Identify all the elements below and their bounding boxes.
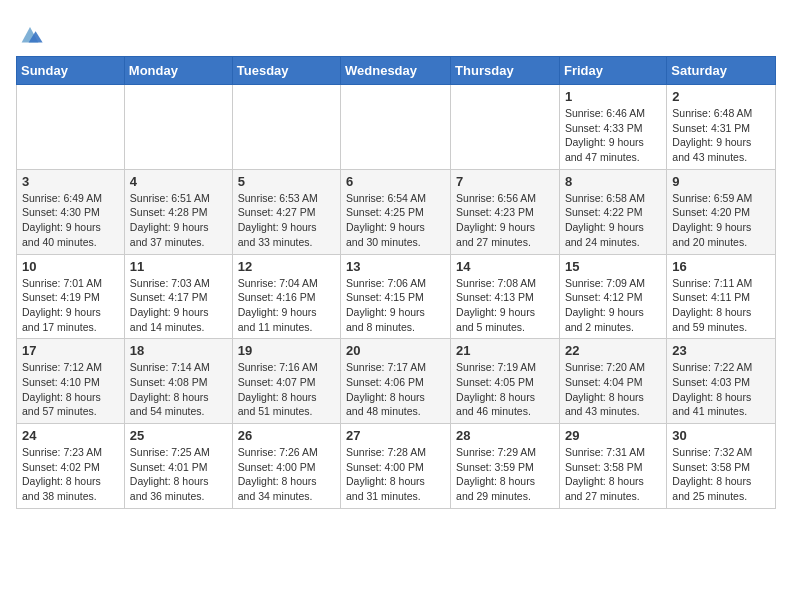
calendar-header-row: SundayMondayTuesdayWednesdayThursdayFrid…: [17, 57, 776, 85]
header-sunday: Sunday: [17, 57, 125, 85]
day-number: 27: [346, 428, 445, 443]
day-info: Sunrise: 7:23 AM Sunset: 4:02 PM Dayligh…: [22, 445, 119, 504]
day-info: Sunrise: 7:06 AM Sunset: 4:15 PM Dayligh…: [346, 276, 445, 335]
header: [16, 16, 776, 48]
calendar-cell: 14Sunrise: 7:08 AM Sunset: 4:13 PM Dayli…: [451, 254, 560, 339]
day-number: 12: [238, 259, 335, 274]
day-info: Sunrise: 6:49 AM Sunset: 4:30 PM Dayligh…: [22, 191, 119, 250]
day-number: 17: [22, 343, 119, 358]
calendar-week-3: 10Sunrise: 7:01 AM Sunset: 4:19 PM Dayli…: [17, 254, 776, 339]
calendar-cell: 13Sunrise: 7:06 AM Sunset: 4:15 PM Dayli…: [341, 254, 451, 339]
day-number: 22: [565, 343, 661, 358]
calendar-cell: 7Sunrise: 6:56 AM Sunset: 4:23 PM Daylig…: [451, 169, 560, 254]
calendar-cell: 10Sunrise: 7:01 AM Sunset: 4:19 PM Dayli…: [17, 254, 125, 339]
calendar-cell: 16Sunrise: 7:11 AM Sunset: 4:11 PM Dayli…: [667, 254, 776, 339]
calendar-cell: 29Sunrise: 7:31 AM Sunset: 3:58 PM Dayli…: [559, 424, 666, 509]
calendar-table: SundayMondayTuesdayWednesdayThursdayFrid…: [16, 56, 776, 509]
calendar-cell: [124, 85, 232, 170]
header-wednesday: Wednesday: [341, 57, 451, 85]
day-info: Sunrise: 7:25 AM Sunset: 4:01 PM Dayligh…: [130, 445, 227, 504]
day-info: Sunrise: 7:19 AM Sunset: 4:05 PM Dayligh…: [456, 360, 554, 419]
calendar-cell: 5Sunrise: 6:53 AM Sunset: 4:27 PM Daylig…: [232, 169, 340, 254]
day-number: 29: [565, 428, 661, 443]
header-saturday: Saturday: [667, 57, 776, 85]
calendar-cell: 4Sunrise: 6:51 AM Sunset: 4:28 PM Daylig…: [124, 169, 232, 254]
day-info: Sunrise: 6:56 AM Sunset: 4:23 PM Dayligh…: [456, 191, 554, 250]
day-number: 6: [346, 174, 445, 189]
day-info: Sunrise: 6:59 AM Sunset: 4:20 PM Dayligh…: [672, 191, 770, 250]
day-info: Sunrise: 7:14 AM Sunset: 4:08 PM Dayligh…: [130, 360, 227, 419]
day-info: Sunrise: 6:54 AM Sunset: 4:25 PM Dayligh…: [346, 191, 445, 250]
day-number: 14: [456, 259, 554, 274]
calendar-cell: 1Sunrise: 6:46 AM Sunset: 4:33 PM Daylig…: [559, 85, 666, 170]
day-info: Sunrise: 7:01 AM Sunset: 4:19 PM Dayligh…: [22, 276, 119, 335]
calendar-cell: 3Sunrise: 6:49 AM Sunset: 4:30 PM Daylig…: [17, 169, 125, 254]
day-info: Sunrise: 6:51 AM Sunset: 4:28 PM Dayligh…: [130, 191, 227, 250]
day-info: Sunrise: 7:22 AM Sunset: 4:03 PM Dayligh…: [672, 360, 770, 419]
day-number: 8: [565, 174, 661, 189]
day-info: Sunrise: 7:11 AM Sunset: 4:11 PM Dayligh…: [672, 276, 770, 335]
day-info: Sunrise: 6:46 AM Sunset: 4:33 PM Dayligh…: [565, 106, 661, 165]
day-number: 4: [130, 174, 227, 189]
day-info: Sunrise: 7:31 AM Sunset: 3:58 PM Dayligh…: [565, 445, 661, 504]
day-number: 2: [672, 89, 770, 104]
calendar-cell: 28Sunrise: 7:29 AM Sunset: 3:59 PM Dayli…: [451, 424, 560, 509]
day-number: 26: [238, 428, 335, 443]
calendar-week-4: 17Sunrise: 7:12 AM Sunset: 4:10 PM Dayli…: [17, 339, 776, 424]
day-number: 13: [346, 259, 445, 274]
calendar-cell: [451, 85, 560, 170]
day-number: 20: [346, 343, 445, 358]
calendar-week-5: 24Sunrise: 7:23 AM Sunset: 4:02 PM Dayli…: [17, 424, 776, 509]
calendar-cell: [341, 85, 451, 170]
day-info: Sunrise: 7:12 AM Sunset: 4:10 PM Dayligh…: [22, 360, 119, 419]
calendar-cell: 12Sunrise: 7:04 AM Sunset: 4:16 PM Dayli…: [232, 254, 340, 339]
day-info: Sunrise: 7:09 AM Sunset: 4:12 PM Dayligh…: [565, 276, 661, 335]
day-number: 19: [238, 343, 335, 358]
day-info: Sunrise: 6:58 AM Sunset: 4:22 PM Dayligh…: [565, 191, 661, 250]
calendar-cell: 19Sunrise: 7:16 AM Sunset: 4:07 PM Dayli…: [232, 339, 340, 424]
calendar-cell: 27Sunrise: 7:28 AM Sunset: 4:00 PM Dayli…: [341, 424, 451, 509]
header-friday: Friday: [559, 57, 666, 85]
calendar-cell: 20Sunrise: 7:17 AM Sunset: 4:06 PM Dayli…: [341, 339, 451, 424]
day-number: 16: [672, 259, 770, 274]
calendar-cell: 9Sunrise: 6:59 AM Sunset: 4:20 PM Daylig…: [667, 169, 776, 254]
day-number: 1: [565, 89, 661, 104]
day-number: 21: [456, 343, 554, 358]
calendar-cell: 11Sunrise: 7:03 AM Sunset: 4:17 PM Dayli…: [124, 254, 232, 339]
day-info: Sunrise: 7:03 AM Sunset: 4:17 PM Dayligh…: [130, 276, 227, 335]
day-info: Sunrise: 6:53 AM Sunset: 4:27 PM Dayligh…: [238, 191, 335, 250]
day-info: Sunrise: 7:16 AM Sunset: 4:07 PM Dayligh…: [238, 360, 335, 419]
day-info: Sunrise: 7:26 AM Sunset: 4:00 PM Dayligh…: [238, 445, 335, 504]
day-number: 7: [456, 174, 554, 189]
day-number: 15: [565, 259, 661, 274]
day-number: 10: [22, 259, 119, 274]
calendar-cell: 18Sunrise: 7:14 AM Sunset: 4:08 PM Dayli…: [124, 339, 232, 424]
logo-icon: [16, 20, 44, 48]
calendar-cell: 30Sunrise: 7:32 AM Sunset: 3:58 PM Dayli…: [667, 424, 776, 509]
calendar-cell: 22Sunrise: 7:20 AM Sunset: 4:04 PM Dayli…: [559, 339, 666, 424]
calendar-cell: 15Sunrise: 7:09 AM Sunset: 4:12 PM Dayli…: [559, 254, 666, 339]
day-info: Sunrise: 6:48 AM Sunset: 4:31 PM Dayligh…: [672, 106, 770, 165]
day-info: Sunrise: 7:04 AM Sunset: 4:16 PM Dayligh…: [238, 276, 335, 335]
calendar-cell: 6Sunrise: 6:54 AM Sunset: 4:25 PM Daylig…: [341, 169, 451, 254]
day-info: Sunrise: 7:17 AM Sunset: 4:06 PM Dayligh…: [346, 360, 445, 419]
calendar-cell: 25Sunrise: 7:25 AM Sunset: 4:01 PM Dayli…: [124, 424, 232, 509]
day-info: Sunrise: 7:20 AM Sunset: 4:04 PM Dayligh…: [565, 360, 661, 419]
calendar-cell: 21Sunrise: 7:19 AM Sunset: 4:05 PM Dayli…: [451, 339, 560, 424]
day-number: 9: [672, 174, 770, 189]
day-number: 5: [238, 174, 335, 189]
day-info: Sunrise: 7:08 AM Sunset: 4:13 PM Dayligh…: [456, 276, 554, 335]
day-number: 18: [130, 343, 227, 358]
calendar-cell: 26Sunrise: 7:26 AM Sunset: 4:00 PM Dayli…: [232, 424, 340, 509]
day-info: Sunrise: 7:29 AM Sunset: 3:59 PM Dayligh…: [456, 445, 554, 504]
calendar-cell: [17, 85, 125, 170]
day-number: 3: [22, 174, 119, 189]
calendar-cell: 8Sunrise: 6:58 AM Sunset: 4:22 PM Daylig…: [559, 169, 666, 254]
calendar-week-2: 3Sunrise: 6:49 AM Sunset: 4:30 PM Daylig…: [17, 169, 776, 254]
day-info: Sunrise: 7:32 AM Sunset: 3:58 PM Dayligh…: [672, 445, 770, 504]
calendar-cell: [232, 85, 340, 170]
day-number: 25: [130, 428, 227, 443]
header-thursday: Thursday: [451, 57, 560, 85]
day-number: 24: [22, 428, 119, 443]
calendar-cell: 2Sunrise: 6:48 AM Sunset: 4:31 PM Daylig…: [667, 85, 776, 170]
